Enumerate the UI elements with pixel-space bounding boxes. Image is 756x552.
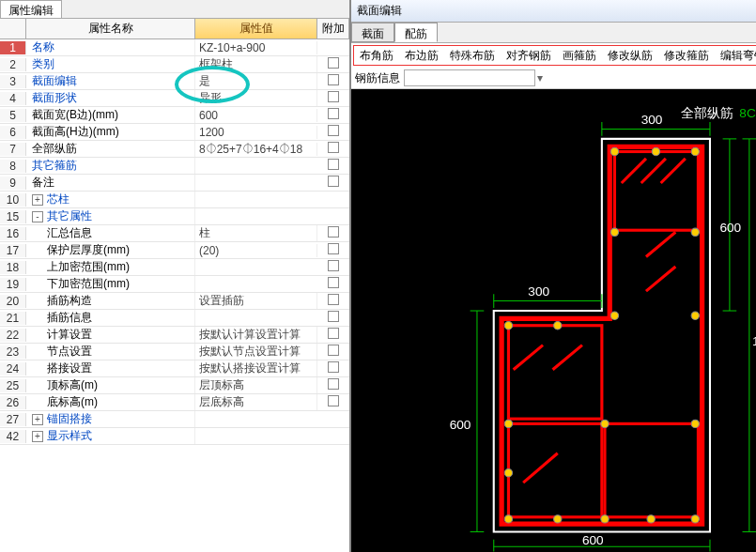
row-attach[interactable]: [317, 345, 349, 359]
row-attach[interactable]: [317, 91, 349, 105]
checkbox-icon[interactable]: [328, 294, 339, 305]
property-row[interactable]: 3截面编辑是: [0, 73, 349, 90]
row-value[interactable]: 按默认搭接设置计算: [195, 360, 317, 376]
expander-icon[interactable]: -: [32, 211, 43, 222]
property-row[interactable]: 25顶标高(m)层顶标高: [0, 377, 349, 394]
property-row[interactable]: 22计算设置按默认计算设置计算: [0, 327, 349, 344]
row-number: 24: [0, 362, 26, 376]
property-row[interactable]: 8其它箍筋: [0, 158, 349, 175]
row-attach[interactable]: [317, 159, 349, 173]
rebar-info-dropdown[interactable]: [404, 69, 535, 86]
tool-special-bar[interactable]: 特殊布筋: [444, 46, 501, 66]
property-row[interactable]: 27+锚固搭接: [0, 411, 349, 428]
row-value[interactable]: KZ-10+a-900: [195, 41, 317, 54]
property-row[interactable]: 18上加密范围(mm): [0, 259, 349, 276]
expander-icon[interactable]: +: [32, 431, 43, 442]
row-attach[interactable]: [317, 125, 349, 139]
checkbox-icon[interactable]: [328, 226, 339, 238]
tab-rebar[interactable]: 配筋: [394, 23, 438, 42]
row-attach[interactable]: [317, 226, 349, 240]
tool-edit-hook[interactable]: 编辑弯钩: [715, 46, 756, 66]
tab-property-edit[interactable]: 属性编辑: [0, 0, 62, 18]
row-value[interactable]: 8⏀25+7⏀16+4⏀18: [195, 143, 317, 156]
col-value[interactable]: 属性值: [195, 19, 317, 38]
checkbox-icon[interactable]: [328, 328, 339, 339]
expander-icon[interactable]: +: [32, 194, 43, 206]
tool-align-bar[interactable]: 对齐钢筋: [501, 46, 557, 66]
property-row[interactable]: 17保护层厚度(mm)(20): [0, 242, 349, 259]
row-name: +芯柱: [26, 192, 195, 207]
row-value[interactable]: 异形: [195, 90, 317, 106]
property-row[interactable]: 23节点设置按默认节点设置计算: [0, 344, 349, 360]
expander-icon[interactable]: +: [32, 414, 43, 425]
row-value[interactable]: 层底标高: [195, 394, 317, 410]
property-row[interactable]: 9备注: [0, 175, 349, 192]
checkbox-icon[interactable]: [328, 74, 339, 85]
property-row[interactable]: 26底标高(m)层底标高: [0, 394, 349, 411]
row-number: 16: [0, 227, 26, 240]
row-attach[interactable]: [317, 260, 349, 274]
tool-draw-stirrup[interactable]: 画箍筋: [557, 46, 602, 66]
row-value[interactable]: 柱: [195, 225, 317, 241]
row-value[interactable]: 按默认计算设置计算: [195, 327, 317, 343]
row-value[interactable]: (20): [195, 244, 317, 257]
row-value[interactable]: 是: [195, 73, 317, 89]
row-value[interactable]: 600: [195, 109, 317, 122]
row-attach[interactable]: [317, 395, 349, 409]
property-row[interactable]: 1名称KZ-10+a-900: [0, 39, 349, 56]
row-value[interactable]: 框架柱: [195, 56, 317, 72]
property-row[interactable]: 15-其它属性: [0, 208, 349, 225]
property-row[interactable]: 21插筋信息: [0, 310, 349, 327]
checkbox-icon[interactable]: [328, 361, 339, 373]
checkbox-icon[interactable]: [328, 108, 339, 119]
property-row[interactable]: 42+显示样式: [0, 428, 349, 445]
row-attach[interactable]: [317, 277, 349, 291]
tool-edge-bar[interactable]: 布边筋: [399, 46, 444, 66]
checkbox-icon[interactable]: [328, 176, 339, 187]
row-attach[interactable]: [317, 311, 349, 325]
property-row[interactable]: 6截面高(H边)(mm)1200: [0, 124, 349, 141]
property-row[interactable]: 19下加密范围(mm): [0, 276, 349, 293]
row-attach[interactable]: [317, 176, 349, 190]
checkbox-icon[interactable]: [328, 345, 339, 356]
row-attach[interactable]: [317, 328, 349, 342]
row-attach[interactable]: [317, 378, 349, 392]
property-row[interactable]: 5截面宽(B边)(mm)600: [0, 107, 349, 124]
checkbox-icon[interactable]: [328, 57, 339, 69]
row-value[interactable]: 设置插筋: [195, 293, 317, 309]
row-attach[interactable]: [317, 243, 349, 257]
checkbox-icon[interactable]: [328, 277, 339, 288]
checkbox-icon[interactable]: [328, 311, 339, 322]
row-value[interactable]: 1200: [195, 126, 317, 139]
tab-section[interactable]: 截面: [351, 23, 394, 42]
tool-modify-stirrup[interactable]: 修改箍筋: [658, 46, 715, 66]
row-attach[interactable]: [317, 57, 349, 71]
dropdown-icon[interactable]: ▾: [537, 71, 543, 84]
property-row[interactable]: 24搭接设置按默认搭接设置计算: [0, 360, 349, 377]
checkbox-icon[interactable]: [328, 243, 339, 254]
property-row[interactable]: 10+芯柱: [0, 192, 349, 208]
row-attach[interactable]: [317, 74, 349, 88]
property-row[interactable]: 4截面形状异形: [0, 90, 349, 107]
row-attach[interactable]: [317, 142, 349, 156]
tool-modify-long[interactable]: 修改纵筋: [602, 46, 658, 66]
property-row[interactable]: 2类别框架柱: [0, 56, 349, 73]
row-value[interactable]: 按默认节点设置计算: [195, 344, 317, 360]
row-attach[interactable]: [317, 361, 349, 376]
checkbox-icon[interactable]: [328, 260, 339, 271]
property-row[interactable]: 7全部纵筋8⏀25+7⏀16+4⏀18: [0, 141, 349, 158]
tool-corner-bar[interactable]: 布角筋: [354, 46, 399, 66]
checkbox-icon[interactable]: [328, 395, 339, 406]
checkbox-icon[interactable]: [328, 378, 339, 390]
checkbox-icon[interactable]: [328, 91, 339, 102]
row-value[interactable]: 层顶标高: [195, 377, 317, 393]
checkbox-icon[interactable]: [328, 125, 339, 136]
property-row[interactable]: 16汇总信息柱: [0, 225, 349, 242]
checkbox-icon[interactable]: [328, 142, 339, 153]
row-attach[interactable]: [317, 294, 349, 308]
svg-point-15: [610, 228, 618, 236]
property-row[interactable]: 20插筋构造设置插筋: [0, 293, 349, 310]
row-attach[interactable]: [317, 108, 349, 122]
cad-viewport[interactable]: 300 600 1200 300 600 600 全部纵筋 8C25+: [351, 89, 756, 552]
checkbox-icon[interactable]: [328, 159, 339, 170]
